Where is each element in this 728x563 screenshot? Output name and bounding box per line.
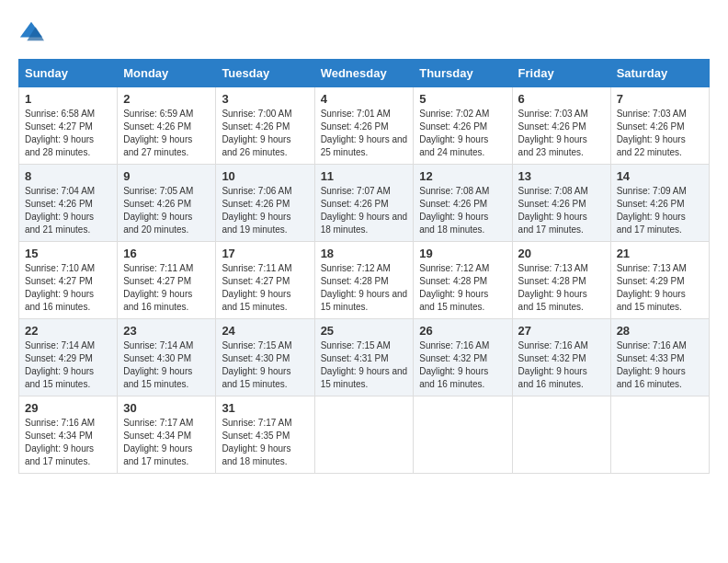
day-info: Sunrise: 7:05 AM Sunset: 4:26 PM Dayligh…	[123, 185, 210, 236]
weekday-header: Thursday	[414, 60, 512, 87]
calendar-day-cell: 1 Sunrise: 6:58 AM Sunset: 4:27 PM Dayli…	[19, 87, 118, 165]
day-info: Sunrise: 7:01 AM Sunset: 4:26 PM Dayligh…	[321, 108, 408, 159]
day-info: Sunrise: 7:15 AM Sunset: 4:30 PM Dayligh…	[222, 339, 308, 391]
calendar-day-cell: 20 Sunrise: 7:13 AM Sunset: 4:28 PM Dayl…	[512, 242, 610, 319]
calendar-day-cell: 10 Sunrise: 7:06 AM Sunset: 4:26 PM Dayl…	[216, 165, 314, 242]
day-info: Sunrise: 7:10 AM Sunset: 4:27 PM Dayligh…	[25, 262, 111, 314]
calendar-day-cell	[610, 396, 709, 474]
day-info: Sunrise: 7:17 AM Sunset: 4:35 PM Dayligh…	[222, 417, 308, 468]
calendar-day-cell: 11 Sunrise: 7:07 AM Sunset: 4:26 PM Dayl…	[314, 165, 414, 242]
weekday-header: Saturday	[610, 60, 709, 87]
day-number: 12	[419, 169, 506, 183]
calendar-day-cell: 19 Sunrise: 7:12 AM Sunset: 4:28 PM Dayl…	[414, 242, 512, 319]
day-info: Sunrise: 7:08 AM Sunset: 4:26 PM Dayligh…	[518, 185, 605, 236]
calendar-header-row: SundayMondayTuesdayWednesdayThursdayFrid…	[19, 60, 710, 87]
day-number: 3	[222, 92, 308, 106]
day-number: 13	[518, 169, 605, 183]
calendar-day-cell: 16 Sunrise: 7:11 AM Sunset: 4:27 PM Dayl…	[118, 242, 216, 319]
calendar-day-cell	[314, 396, 414, 474]
calendar-week-row: 22 Sunrise: 7:14 AM Sunset: 4:29 PM Dayl…	[19, 319, 710, 396]
day-number: 24	[222, 324, 308, 338]
calendar-day-cell: 28 Sunrise: 7:16 AM Sunset: 4:33 PM Dayl…	[610, 319, 709, 396]
calendar-week-row: 1 Sunrise: 6:58 AM Sunset: 4:27 PM Dayli…	[19, 87, 710, 165]
calendar-day-cell: 6 Sunrise: 7:03 AM Sunset: 4:26 PM Dayli…	[512, 87, 610, 165]
day-number: 19	[419, 247, 506, 260]
calendar-day-cell: 15 Sunrise: 7:10 AM Sunset: 4:27 PM Dayl…	[19, 242, 118, 319]
day-number: 16	[123, 247, 210, 260]
day-number: 9	[123, 169, 210, 183]
day-number: 26	[419, 324, 506, 338]
calendar-day-cell	[414, 396, 512, 474]
day-number: 2	[123, 92, 210, 106]
calendar-day-cell: 17 Sunrise: 7:11 AM Sunset: 4:27 PM Dayl…	[216, 242, 314, 319]
weekday-header: Monday	[118, 60, 216, 87]
day-info: Sunrise: 7:03 AM Sunset: 4:26 PM Dayligh…	[518, 108, 605, 159]
day-number: 17	[222, 247, 308, 260]
day-info: Sunrise: 7:04 AM Sunset: 4:26 PM Dayligh…	[25, 185, 111, 236]
day-info: Sunrise: 7:13 AM Sunset: 4:29 PM Dayligh…	[617, 262, 703, 314]
day-number: 5	[419, 92, 506, 106]
day-number: 28	[617, 324, 703, 338]
calendar-week-row: 8 Sunrise: 7:04 AM Sunset: 4:26 PM Dayli…	[19, 165, 710, 242]
calendar-day-cell: 2 Sunrise: 6:59 AM Sunset: 4:26 PM Dayli…	[118, 87, 216, 165]
weekday-header: Friday	[512, 60, 610, 87]
day-number: 20	[518, 247, 605, 260]
day-number: 11	[321, 169, 408, 183]
calendar-day-cell: 14 Sunrise: 7:09 AM Sunset: 4:26 PM Dayl…	[610, 165, 709, 242]
day-number: 21	[617, 247, 703, 260]
day-info: Sunrise: 7:03 AM Sunset: 4:26 PM Dayligh…	[617, 108, 703, 159]
weekday-header: Tuesday	[216, 60, 314, 87]
day-number: 22	[25, 324, 111, 338]
day-info: Sunrise: 7:09 AM Sunset: 4:26 PM Dayligh…	[617, 185, 703, 236]
calendar-day-cell: 30 Sunrise: 7:17 AM Sunset: 4:34 PM Dayl…	[118, 396, 216, 474]
day-info: Sunrise: 7:12 AM Sunset: 4:28 PM Dayligh…	[419, 262, 506, 314]
day-number: 6	[518, 92, 605, 106]
calendar-day-cell: 13 Sunrise: 7:08 AM Sunset: 4:26 PM Dayl…	[512, 165, 610, 242]
calendar-day-cell: 4 Sunrise: 7:01 AM Sunset: 4:26 PM Dayli…	[314, 87, 414, 165]
weekday-header: Wednesday	[314, 60, 414, 87]
day-info: Sunrise: 7:11 AM Sunset: 4:27 PM Dayligh…	[123, 262, 210, 314]
day-info: Sunrise: 6:59 AM Sunset: 4:26 PM Dayligh…	[123, 108, 210, 159]
day-info: Sunrise: 7:06 AM Sunset: 4:26 PM Dayligh…	[222, 185, 308, 236]
day-number: 23	[123, 324, 210, 338]
calendar-day-cell: 31 Sunrise: 7:17 AM Sunset: 4:35 PM Dayl…	[216, 396, 314, 474]
calendar-week-row: 29 Sunrise: 7:16 AM Sunset: 4:34 PM Dayl…	[19, 396, 710, 474]
day-number: 14	[617, 169, 703, 183]
day-number: 4	[321, 92, 408, 106]
day-number: 15	[25, 247, 111, 260]
logo-icon	[18, 18, 44, 44]
day-number: 1	[25, 92, 111, 106]
calendar-week-row: 15 Sunrise: 7:10 AM Sunset: 4:27 PM Dayl…	[19, 242, 710, 319]
day-number: 8	[25, 169, 111, 183]
day-info: Sunrise: 6:58 AM Sunset: 4:27 PM Dayligh…	[25, 108, 111, 159]
day-info: Sunrise: 7:16 AM Sunset: 4:33 PM Dayligh…	[617, 339, 703, 391]
day-info: Sunrise: 7:16 AM Sunset: 4:32 PM Dayligh…	[518, 339, 605, 391]
day-info: Sunrise: 7:15 AM Sunset: 4:31 PM Dayligh…	[321, 339, 408, 391]
calendar-day-cell	[512, 396, 610, 474]
day-info: Sunrise: 7:11 AM Sunset: 4:27 PM Dayligh…	[222, 262, 308, 314]
day-info: Sunrise: 7:16 AM Sunset: 4:34 PM Dayligh…	[25, 417, 111, 468]
day-info: Sunrise: 7:00 AM Sunset: 4:26 PM Dayligh…	[222, 108, 308, 159]
calendar-day-cell: 7 Sunrise: 7:03 AM Sunset: 4:26 PM Dayli…	[610, 87, 709, 165]
day-info: Sunrise: 7:14 AM Sunset: 4:29 PM Dayligh…	[25, 339, 111, 391]
calendar-day-cell: 12 Sunrise: 7:08 AM Sunset: 4:26 PM Dayl…	[414, 165, 512, 242]
day-number: 18	[321, 247, 408, 260]
calendar-day-cell: 26 Sunrise: 7:16 AM Sunset: 4:32 PM Dayl…	[414, 319, 512, 396]
day-number: 10	[222, 169, 308, 183]
page-header	[18, 18, 710, 44]
calendar-day-cell: 8 Sunrise: 7:04 AM Sunset: 4:26 PM Dayli…	[19, 165, 118, 242]
day-info: Sunrise: 7:14 AM Sunset: 4:30 PM Dayligh…	[123, 339, 210, 391]
logo	[18, 18, 48, 44]
calendar-day-cell: 3 Sunrise: 7:00 AM Sunset: 4:26 PM Dayli…	[216, 87, 314, 165]
calendar-day-cell: 22 Sunrise: 7:14 AM Sunset: 4:29 PM Dayl…	[19, 319, 118, 396]
day-info: Sunrise: 7:08 AM Sunset: 4:26 PM Dayligh…	[419, 185, 506, 236]
day-info: Sunrise: 7:02 AM Sunset: 4:26 PM Dayligh…	[419, 108, 506, 159]
calendar-table: SundayMondayTuesdayWednesdayThursdayFrid…	[18, 59, 710, 474]
calendar-day-cell: 5 Sunrise: 7:02 AM Sunset: 4:26 PM Dayli…	[414, 87, 512, 165]
day-number: 25	[321, 324, 408, 338]
calendar-day-cell: 25 Sunrise: 7:15 AM Sunset: 4:31 PM Dayl…	[314, 319, 414, 396]
day-info: Sunrise: 7:16 AM Sunset: 4:32 PM Dayligh…	[419, 339, 506, 391]
calendar-day-cell: 18 Sunrise: 7:12 AM Sunset: 4:28 PM Dayl…	[314, 242, 414, 319]
calendar-day-cell: 27 Sunrise: 7:16 AM Sunset: 4:32 PM Dayl…	[512, 319, 610, 396]
day-number: 29	[25, 401, 111, 415]
